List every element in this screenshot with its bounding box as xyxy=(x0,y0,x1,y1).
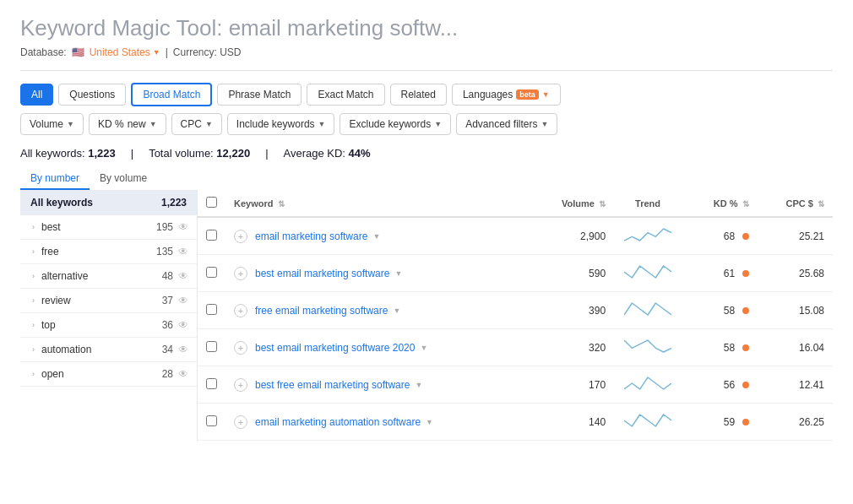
trend-cell xyxy=(614,329,682,366)
kd-filter[interactable]: KD % new ▼ xyxy=(89,113,166,135)
table-header-row: Keyword ⇅ Volume ⇅ Trend KD % ⇅ CPC $ ⇅ xyxy=(198,190,833,217)
keyword-dropdown-icon[interactable]: ▼ xyxy=(420,344,427,352)
sidebar-item-label: best xyxy=(41,221,156,233)
kd-dot-icon xyxy=(742,233,749,240)
row-checkbox[interactable] xyxy=(206,267,217,278)
table-row: + best free email marketing software ▼ 1… xyxy=(198,366,833,404)
sort-by-number[interactable]: By number xyxy=(20,168,90,190)
cpc-value: 25.68 xyxy=(799,268,824,279)
sidebar-item[interactable]: › free 135 👁 xyxy=(20,240,197,264)
keyword-link[interactable]: free email marketing software xyxy=(255,305,388,317)
eye-icon[interactable]: 👁 xyxy=(178,319,188,331)
sidebar-item[interactable]: › automation 34 👁 xyxy=(20,338,197,362)
keyword-link[interactable]: email marketing automation software xyxy=(255,416,421,428)
eye-icon[interactable]: 👁 xyxy=(178,270,188,282)
eye-icon[interactable]: 👁 xyxy=(178,344,188,355)
exclude-keywords-filter[interactable]: Exclude keywords ▼ xyxy=(340,113,451,135)
keyword-dropdown-icon[interactable]: ▼ xyxy=(394,269,402,278)
volume-sort-icon[interactable]: ⇅ xyxy=(599,199,606,209)
sort-by-volume[interactable]: By volume xyxy=(90,168,157,190)
volume-cell: 140 xyxy=(528,404,614,441)
row-checkbox[interactable] xyxy=(206,304,217,315)
include-keywords-filter[interactable]: Include keywords ▼ xyxy=(227,113,335,135)
row-checkbox[interactable] xyxy=(206,378,217,389)
tab-related[interactable]: Related xyxy=(390,84,447,106)
trend-cell xyxy=(614,217,682,255)
sidebar-item[interactable]: › open 28 👁 xyxy=(20,362,197,387)
keyword-dropdown-icon[interactable]: ▼ xyxy=(372,232,380,241)
row-checkbox[interactable] xyxy=(206,341,217,352)
sidebar-chevron-icon: › xyxy=(32,370,35,378)
volume-cell: 170 xyxy=(528,366,614,404)
trend-cell xyxy=(614,255,682,292)
total-volume-label: Total volume: xyxy=(149,147,214,160)
include-label: Include keywords xyxy=(236,118,315,130)
add-keyword-icon[interactable]: + xyxy=(234,304,247,317)
kd-dot-icon xyxy=(742,344,749,351)
advanced-label: Advanced filters xyxy=(465,118,537,130)
sidebar-item[interactable]: › best 195 👁 xyxy=(20,215,197,240)
row-checkbox-cell xyxy=(198,217,225,255)
eye-icon[interactable]: 👁 xyxy=(178,221,188,233)
keyword-link[interactable]: best email marketing software xyxy=(255,268,389,279)
keyword-dropdown-icon[interactable]: ▼ xyxy=(393,306,400,315)
kd-dot-icon xyxy=(742,307,749,314)
keyword-link[interactable]: best email marketing software 2020 xyxy=(255,342,415,354)
row-checkbox[interactable] xyxy=(206,415,217,426)
page-title: Keyword Magic Tool: email marketing soft… xyxy=(20,15,833,41)
kd-cell: 56 xyxy=(682,366,757,404)
add-keyword-icon[interactable]: + xyxy=(234,378,247,392)
cpc-cell: 15.08 xyxy=(758,292,833,329)
keyword-dropdown-icon[interactable]: ▼ xyxy=(415,381,422,389)
cpc-chevron-icon: ▼ xyxy=(205,120,213,128)
eye-icon[interactable]: 👁 xyxy=(178,246,188,257)
exclude-chevron-icon: ▼ xyxy=(434,120,442,128)
advanced-filters[interactable]: Advanced filters ▼ xyxy=(456,113,557,135)
languages-chevron-icon: ▼ xyxy=(542,90,550,99)
sidebar-item[interactable]: › review 37 👁 xyxy=(20,289,197,313)
sidebar-item[interactable]: › alternative 48 👁 xyxy=(20,264,197,289)
cpc-sort-icon[interactable]: ⇅ xyxy=(818,199,824,209)
cpc-value: 12.41 xyxy=(799,379,824,391)
sidebar-item-label: free xyxy=(41,246,156,257)
table-row: + best email marketing software ▼ 590 61… xyxy=(198,255,833,292)
tab-broad-match[interactable]: Broad Match xyxy=(131,83,212,106)
tab-languages[interactable]: Languages beta ▼ xyxy=(452,84,561,106)
keyword-link[interactable]: email marketing software xyxy=(255,230,367,242)
keyword-dropdown-icon[interactable]: ▼ xyxy=(426,418,433,426)
tab-questions[interactable]: Questions xyxy=(58,84,126,106)
add-keyword-icon[interactable]: + xyxy=(234,415,247,429)
exclude-label: Exclude keywords xyxy=(349,118,431,130)
tab-exact-match[interactable]: Exact Match xyxy=(307,84,384,106)
sidebar-chevron-icon: › xyxy=(32,321,35,329)
kd-value: 61 xyxy=(724,268,735,279)
sort-tabs: By number By volume xyxy=(20,168,833,190)
tab-phrase-match[interactable]: Phrase Match xyxy=(217,84,302,106)
all-keywords-value: 1,223 xyxy=(88,147,116,160)
kd-cell: 59 xyxy=(682,404,757,441)
kd-cell: 58 xyxy=(682,292,757,329)
eye-icon[interactable]: 👁 xyxy=(178,368,188,380)
add-keyword-icon[interactable]: + xyxy=(234,267,247,280)
volume-value: 140 xyxy=(589,416,606,428)
th-keyword: Keyword ⇅ xyxy=(225,190,528,217)
country-selector[interactable]: United States ▼ xyxy=(90,46,160,58)
sidebar-item[interactable]: › top 36 👁 xyxy=(20,313,197,338)
keyword-link[interactable]: best free email marketing software xyxy=(255,379,410,391)
add-keyword-icon[interactable]: + xyxy=(234,341,247,355)
tab-all[interactable]: All xyxy=(20,84,53,106)
keyword-cell: + best email marketing software ▼ xyxy=(225,255,528,292)
sidebar-item-count: 34 xyxy=(162,344,173,355)
eye-icon[interactable]: 👁 xyxy=(178,295,188,306)
volume-filter[interactable]: Volume ▼ xyxy=(20,113,84,135)
volume-cell: 2,900 xyxy=(528,217,614,255)
row-checkbox[interactable] xyxy=(206,230,217,241)
keyword-sort-icon[interactable]: ⇅ xyxy=(278,199,285,209)
th-cpc: CPC $ ⇅ xyxy=(758,190,833,217)
add-keyword-icon[interactable]: + xyxy=(234,230,247,243)
cpc-filter[interactable]: CPC ▼ xyxy=(171,113,222,135)
kd-new-badge: new xyxy=(128,118,146,130)
kd-sort-icon[interactable]: ⇅ xyxy=(742,199,749,209)
sidebar-chevron-icon: › xyxy=(32,223,35,231)
select-all-checkbox[interactable] xyxy=(206,197,217,208)
